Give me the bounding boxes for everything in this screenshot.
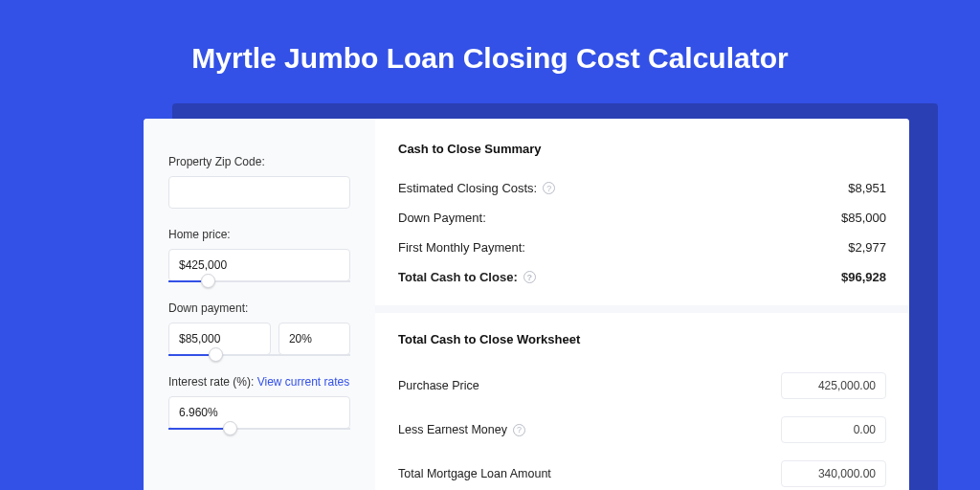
summary-title: Cash to Close Summary — [398, 142, 886, 156]
help-icon[interactable]: ? — [523, 271, 536, 283]
help-icon[interactable]: ? — [543, 182, 555, 194]
summary-row-label: Estimated Closing Costs:? — [398, 181, 555, 195]
summary-label-text: Down Payment: — [398, 211, 486, 225]
worksheet-row-label: Total Mortgage Loan Amount — [398, 467, 551, 480]
worksheet-label-text: Purchase Price — [398, 379, 479, 392]
summary-rows: Estimated Closing Costs:?$8,951Down Paym… — [398, 173, 886, 292]
results-panel: Cash to Close Summary Estimated Closing … — [375, 119, 909, 490]
home-price-label: Home price: — [168, 228, 350, 241]
interest-label-row: Interest rate (%): View current rates — [168, 375, 350, 389]
worksheet-section: Total Cash to Close Worksheet Purchase P… — [375, 305, 909, 490]
summary-row-label: Down Payment: — [398, 211, 486, 225]
zip-label: Property Zip Code: — [168, 155, 350, 168]
down-payment-percent-input[interactable] — [278, 323, 350, 355]
summary-row-label: Total Cash to Close:? — [398, 270, 536, 284]
summary-row: Total Cash to Close:?$96,928 — [398, 262, 886, 292]
help-icon[interactable]: ? — [513, 424, 525, 436]
slider-fill — [168, 354, 209, 356]
worksheet-value-input[interactable] — [781, 372, 886, 399]
summary-row: Down Payment:$85,000 — [398, 203, 886, 233]
form-panel: Property Zip Code: Home price: Down paym… — [144, 119, 375, 490]
worksheet-row-label: Less Earnest Money? — [398, 423, 525, 436]
worksheet-title: Total Cash to Close Worksheet — [398, 332, 886, 346]
slider-thumb[interactable] — [201, 274, 215, 288]
summary-row: First Monthly Payment:$2,977 — [398, 233, 886, 262]
worksheet-row: Less Earnest Money? — [398, 408, 886, 452]
summary-row-value: $2,977 — [848, 240, 886, 255]
page-title: Myrtle Jumbo Loan Closing Cost Calculato… — [0, 0, 980, 75]
zip-input[interactable] — [168, 176, 350, 209]
interest-field-group: Interest rate (%): View current rates — [168, 375, 350, 430]
home-price-slider[interactable] — [168, 280, 350, 282]
summary-row-value: $96,928 — [841, 270, 886, 284]
interest-label: Interest rate (%): — [168, 375, 254, 389]
down-payment-label: Down payment: — [168, 301, 350, 315]
summary-row-label: First Monthly Payment: — [398, 240, 525, 255]
summary-row-value: $8,951 — [848, 181, 886, 195]
slider-thumb[interactable] — [223, 421, 237, 435]
worksheet-label-text: Total Mortgage Loan Amount — [398, 467, 551, 480]
worksheet-value-input[interactable] — [781, 460, 886, 487]
summary-label-text: Total Cash to Close: — [398, 270, 518, 284]
slider-fill — [168, 280, 201, 282]
home-price-field-group: Home price: — [168, 228, 350, 282]
summary-row-value: $85,000 — [841, 211, 886, 225]
worksheet-label-text: Less Earnest Money — [398, 423, 507, 436]
interest-slider[interactable] — [168, 428, 350, 430]
home-price-input[interactable] — [168, 249, 350, 281]
down-payment-field-group: Down payment: — [168, 301, 350, 356]
interest-rate-input[interactable] — [168, 396, 350, 429]
summary-label-text: First Monthly Payment: — [398, 240, 525, 255]
view-rates-link[interactable]: View current rates — [257, 375, 350, 389]
worksheet-value-input[interactable] — [781, 416, 886, 443]
worksheet-row-label: Purchase Price — [398, 379, 479, 392]
down-payment-slider[interactable] — [168, 354, 350, 356]
calculator-card: Property Zip Code: Home price: Down paym… — [144, 119, 909, 490]
worksheet-row: Total Mortgage Loan Amount — [398, 452, 886, 490]
summary-label-text: Estimated Closing Costs: — [398, 181, 537, 195]
slider-thumb[interactable] — [209, 347, 223, 362]
zip-field-group: Property Zip Code: — [168, 155, 350, 209]
worksheet-row: Purchase Price — [398, 364, 886, 408]
slider-fill — [168, 428, 223, 430]
summary-row: Estimated Closing Costs:?$8,951 — [398, 173, 886, 203]
worksheet-rows: Purchase PriceLess Earnest Money?Total M… — [398, 364, 886, 490]
